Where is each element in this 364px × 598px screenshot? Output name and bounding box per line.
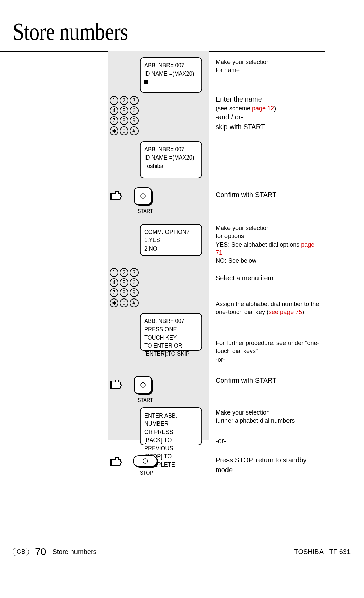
cursor-icon: [144, 80, 148, 84]
key-6[interactable]: 6: [130, 278, 139, 287]
lcd-line: ABB. NBR= 007: [144, 145, 198, 153]
text-line: further alphabet dial numbers: [216, 417, 317, 425]
stop-button[interactable]: [133, 455, 157, 467]
key-1[interactable]: 1: [110, 268, 118, 277]
text-line: for name: [216, 66, 317, 74]
lcd-display-4: ABB. NBR= 007 PRESS ONE TOUCH KEY TO ENT…: [140, 313, 202, 351]
key-3[interactable]: 3: [130, 268, 139, 277]
lcd-line: PRESS ONE TOUCH KEY: [144, 325, 198, 342]
page-link[interactable]: see page 75: [269, 309, 302, 315]
key-3[interactable]: 3: [130, 96, 139, 105]
text-line: (see scheme page 12): [216, 104, 317, 112]
instruction-text: Confirm with START: [216, 376, 317, 386]
key-star[interactable]: ✱: [110, 126, 118, 135]
key-4[interactable]: 4: [110, 278, 118, 287]
lcd-display-3: COMM. OPTION? 1.YES 2.NO: [140, 224, 202, 256]
text-line: Press STOP, return to standby mode: [216, 455, 324, 475]
svg-point-3: [143, 385, 144, 386]
lcd-line: 2.NO: [144, 245, 198, 253]
page-link[interactable]: page 12: [252, 105, 274, 112]
text-line: Confirm with START: [216, 376, 317, 386]
lcd-line: [ENTER]:TO SKIP: [144, 350, 198, 358]
svg-rect-4: [110, 459, 112, 466]
lcd-line: COMM. OPTION?: [144, 228, 198, 236]
text-line: -or-: [216, 436, 317, 446]
lcd-line: ABB. NBR= 007: [144, 61, 198, 69]
start-diamond-icon: [140, 193, 146, 199]
lcd-line: TO ENTER OR: [144, 342, 198, 350]
text-line: Make your selection: [216, 224, 317, 232]
key-7[interactable]: 7: [110, 116, 118, 125]
lcd-line: ID NAME =(MAX20): [144, 153, 198, 162]
text-line: skip with START: [216, 122, 317, 132]
instruction-text: -or-: [216, 436, 317, 446]
lcd-line: [BACK]:TO PREVIOUS: [144, 436, 198, 453]
lcd-display-5: ENTER ABB. NUMBER OR PRESS [BACK]:TO PRE…: [140, 407, 202, 445]
lcd-line: 1.YES: [144, 236, 198, 244]
svg-point-1: [143, 196, 144, 197]
key-2[interactable]: 2: [120, 96, 128, 105]
start-diamond-icon: [140, 382, 146, 388]
keypad[interactable]: 1 2 3 4 5 6 7 8 9 ✱ 0 #: [110, 96, 139, 135]
start-button[interactable]: [134, 187, 152, 205]
lcd-display-2: ABB. NBR= 007 ID NAME =(MAX20) Toshiba: [140, 141, 202, 178]
key-star[interactable]: ✱: [110, 298, 118, 307]
instruction-text: Press STOP, return to standby mode: [216, 455, 324, 475]
section-label: Store numbers: [52, 548, 96, 556]
key-hash[interactable]: #: [130, 298, 139, 307]
text-line: Make your selection: [216, 408, 317, 417]
key-hash[interactable]: #: [130, 126, 139, 135]
svg-rect-2: [110, 381, 112, 389]
model-label: TF 631: [329, 548, 351, 556]
start-button[interactable]: [134, 376, 152, 394]
pointing-hand-icon: [110, 379, 128, 393]
text-line: Enter the name: [216, 94, 317, 104]
lcd-line: ABB. NBR= 007: [144, 317, 198, 325]
pointing-hand-icon: [110, 456, 128, 470]
instruction-text: Confirm with START: [216, 190, 317, 200]
instruction-text: Make your selection for name: [216, 58, 317, 75]
lcd-line: ENTER ABB. NUMBER: [144, 411, 198, 428]
text-line: YES: See alphabet dial options page 71: [216, 240, 317, 257]
key-0[interactable]: 0: [120, 126, 128, 135]
text-line: NO: See below: [216, 257, 317, 265]
stop-octagon-icon: [142, 458, 148, 464]
key-9[interactable]: 9: [130, 116, 139, 125]
start-label: START: [138, 208, 153, 215]
text-line: Confirm with START: [216, 190, 317, 200]
page-number: 70: [35, 546, 46, 558]
region-badge: GB: [13, 548, 29, 556]
key-1[interactable]: 1: [110, 96, 118, 105]
instruction-text: Make your selection further alphabet dia…: [216, 408, 317, 425]
text-line: for options: [216, 232, 317, 240]
stop-label: STOP: [140, 470, 153, 476]
key-5[interactable]: 5: [120, 106, 128, 115]
text-line: Make your selection: [216, 58, 317, 66]
instruction-text: Make your selection for options YES: See…: [216, 224, 317, 265]
lcd-line: OR PRESS: [144, 428, 198, 436]
key-8[interactable]: 8: [120, 116, 128, 125]
key-5[interactable]: 5: [120, 278, 128, 287]
page-footer: GB 70 Store numbers TOSHIBA TF 631: [0, 546, 364, 558]
pointing-hand-icon: [110, 190, 128, 204]
key-7[interactable]: 7: [110, 288, 118, 297]
text-line: Select a menu item: [216, 273, 317, 283]
key-2[interactable]: 2: [120, 268, 128, 277]
instruction-text: Enter the name (see scheme page 12) -and…: [216, 94, 317, 132]
text-line: -or-: [216, 355, 317, 364]
instruction-text: Assign the alphabet dial number to the o…: [216, 300, 317, 316]
key-8[interactable]: 8: [120, 288, 128, 297]
brand-label: TOSHIBA: [294, 548, 324, 556]
page-title: Store numbers: [13, 18, 128, 46]
instruction-text: For further procedure, see under "one-to…: [216, 339, 317, 364]
key-4[interactable]: 4: [110, 106, 118, 115]
lcd-line: Toshiba: [144, 162, 198, 170]
lcd-line: ID NAME =(MAX20): [144, 69, 198, 78]
key-9[interactable]: 9: [130, 288, 139, 297]
key-6[interactable]: 6: [130, 106, 139, 115]
start-label: START: [138, 397, 153, 403]
instruction-text: Select a menu item: [216, 273, 317, 283]
key-0[interactable]: 0: [120, 298, 128, 307]
keypad[interactable]: 1 2 3 4 5 6 7 8 9 ✱ 0 #: [110, 268, 139, 307]
text-line: -and / or-: [216, 112, 317, 122]
